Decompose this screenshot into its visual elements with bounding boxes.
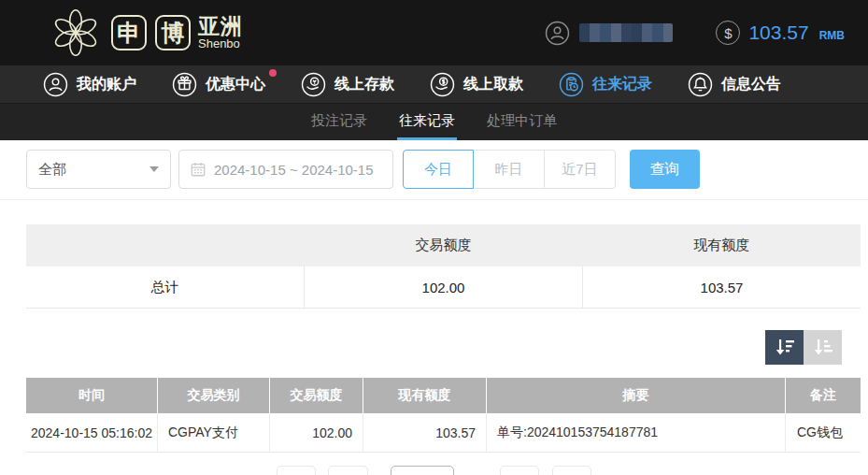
section-divider [0, 199, 868, 200]
balance-display[interactable]: $ 103.57 RMB [716, 21, 845, 45]
pagination-first-button[interactable] [277, 466, 316, 475]
chevron-down-icon [149, 166, 159, 172]
calendar-icon [190, 161, 206, 178]
top-header: 申 博 亚洲 Shenbo $ 103.57 RMB [0, 0, 868, 65]
cell-time: 2024-10-15 05:16:02 [26, 413, 157, 452]
col-remark: 备注 [785, 378, 861, 413]
nav-label: 我的账户 [77, 75, 136, 94]
user-account-chip[interactable] [545, 21, 673, 46]
total-transaction-amount: 102.00 [304, 266, 582, 308]
tab-label: 处理中订单 [487, 112, 557, 130]
pagination-last-button[interactable] [552, 466, 591, 475]
quick-range-group: 今日 昨日 近7日 [403, 150, 616, 189]
pagination-next-button[interactable] [500, 466, 539, 475]
pagination-page-select[interactable] [391, 466, 454, 475]
balance-amount: 103.57 [748, 22, 808, 44]
col-balance: 现有额度 [363, 378, 486, 413]
summary-table-header: 交易额度 现有额度 [26, 224, 861, 266]
sort-ascending-button[interactable] [804, 330, 842, 365]
col-time: 时间 [26, 378, 157, 413]
records-icon [559, 72, 584, 97]
nav-item-withdraw[interactable]: 线上取款 [430, 72, 523, 97]
cell-remark: CG钱包 [785, 413, 861, 452]
tab-label: 投注记录 [311, 112, 367, 130]
records-table: 时间 交易类别 交易额度 现有额度 摘要 备注 2024-10-15 05:16… [26, 378, 861, 453]
dollar-icon: $ [716, 21, 740, 45]
date-range-value: 2024-10-15 ~ 2024-10-15 [214, 162, 374, 178]
col-summary: 摘要 [486, 378, 785, 413]
nav-label: 往来记录 [592, 75, 652, 94]
logo-char-2: 博 [155, 15, 191, 50]
cell-type: CGPAY支付 [157, 413, 269, 452]
balance-currency: RMB [819, 23, 845, 42]
avatar-icon [545, 21, 570, 46]
nav-label: 线上存款 [334, 75, 394, 94]
last-7-days-button[interactable]: 近7日 [545, 150, 616, 189]
nav-item-transaction-records[interactable]: 往来记录 [559, 72, 652, 97]
total-label: 总计 [26, 266, 304, 308]
notification-dot [269, 69, 277, 77]
cell-balance: 103.57 [363, 413, 486, 452]
yesterday-button[interactable]: 昨日 [474, 150, 545, 189]
user-icon [43, 72, 68, 97]
tab-transaction-records[interactable]: 往来记录 [397, 104, 457, 140]
col-type: 交易类别 [157, 378, 269, 413]
pagination-prev-button[interactable] [328, 466, 368, 475]
nav-item-announcements[interactable]: 信息公告 [688, 72, 781, 97]
total-current-balance: 103.57 [582, 266, 861, 308]
cell-summary: 单号:202410153754187781 [486, 413, 785, 452]
sub-nav: 投注记录 往来记录 处理中订单 [0, 103, 868, 140]
main-nav: 我的账户 优惠中心 线上存款 [0, 65, 868, 103]
nav-item-my-account[interactable]: 我的账户 [43, 72, 136, 97]
summary-col-current-balance: 现有额度 [582, 224, 861, 266]
gift-icon [172, 72, 197, 97]
type-select[interactable]: 全部 [26, 150, 171, 189]
tab-label: 往来记录 [399, 112, 455, 130]
deposit-icon [301, 72, 326, 97]
announcement-icon [688, 72, 713, 97]
col-amount: 交易额度 [269, 378, 363, 413]
nav-item-deposit[interactable]: 线上存款 [301, 72, 394, 97]
cell-amount: 102.00 [269, 413, 363, 452]
nav-label: 优惠中心 [206, 75, 265, 94]
summary-total-row: 总计 102.00 103.57 [26, 266, 861, 309]
type-select-value: 全部 [38, 161, 66, 179]
today-button[interactable]: 今日 [403, 150, 474, 189]
summary-col-transaction-amount: 交易额度 [305, 224, 583, 266]
logo-char-1: 申 [111, 15, 147, 50]
summary-col-empty [26, 224, 305, 266]
flower-logo-icon [49, 6, 103, 60]
sort-descending-icon [774, 338, 796, 358]
sort-controls [26, 330, 842, 365]
date-range-input[interactable]: 2024-10-15 ~ 2024-10-15 [178, 150, 393, 189]
withdraw-icon [430, 72, 455, 97]
sort-descending-button[interactable] [765, 330, 804, 365]
logo[interactable]: 申 博 亚洲 Shenbo [49, 6, 243, 60]
nav-item-promotions[interactable]: 优惠中心 [172, 72, 265, 97]
summary-table: 交易额度 现有额度 总计 102.00 103.57 [26, 224, 861, 309]
tab-processing-orders[interactable]: 处理中订单 [485, 104, 559, 140]
records-table-header: 时间 交易类别 交易额度 现有额度 摘要 备注 [26, 378, 861, 413]
logo-region-text: 亚洲 [198, 15, 243, 37]
nav-label: 线上取款 [463, 75, 523, 94]
filter-bar: 全部 2024-10-15 ~ 2024-10-15 今日 昨日 近7日 查询 [26, 150, 842, 189]
table-row: 2024-10-15 05:16:02 CGPAY支付 102.00 103.5… [26, 413, 861, 453]
tab-betting-records[interactable]: 投注记录 [309, 104, 369, 140]
username-redacted [579, 23, 673, 42]
search-button[interactable]: 查询 [630, 150, 700, 189]
logo-subtitle: Shenbo [198, 37, 243, 50]
sort-ascending-icon [812, 338, 834, 358]
nav-label: 信息公告 [721, 75, 781, 94]
pagination [0, 466, 868, 475]
